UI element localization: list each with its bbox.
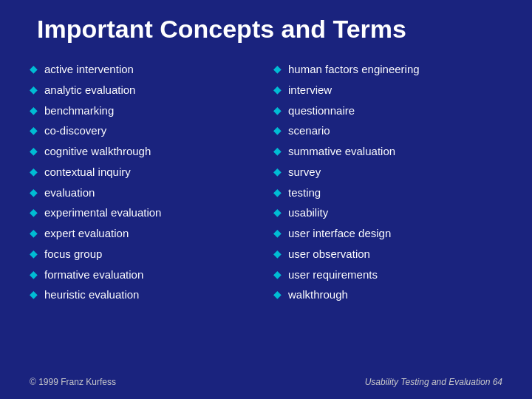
item-label: benchmarking <box>44 103 114 119</box>
list-item: ◆benchmarking <box>30 101 259 120</box>
bullet-icon: ◆ <box>273 268 282 280</box>
bullet-icon: ◆ <box>30 124 38 136</box>
bullet-icon: ◆ <box>30 166 38 177</box>
item-label: co-discovery <box>44 123 106 139</box>
bullet-icon: ◆ <box>273 124 282 136</box>
item-label: focus group <box>44 246 102 262</box>
bullet-icon: ◆ <box>273 227 282 239</box>
item-label: contextual inquiry <box>44 164 131 180</box>
list-item: ◆focus group <box>30 245 259 264</box>
bullet-icon: ◆ <box>30 145 38 157</box>
bullet-icon: ◆ <box>273 83 282 95</box>
item-label: heuristic evaluation <box>44 287 139 303</box>
bullet-icon: ◆ <box>273 63 282 75</box>
footer: © 1999 Franz Kurfess Usability Testing a… <box>30 374 502 387</box>
left-column: ◆active intervention◆analytic evaluation… <box>30 60 259 366</box>
list-item: ◆evaluation <box>30 183 259 202</box>
list-item: ◆user requirements <box>273 265 502 284</box>
item-label: cognitive walkthrough <box>44 143 151 160</box>
item-label: scenario <box>288 123 330 139</box>
slide-title: Important Concepts and Terms <box>37 15 502 44</box>
bullet-icon: ◆ <box>30 63 38 75</box>
bullet-icon: ◆ <box>30 248 38 259</box>
item-label: expert evaluation <box>44 225 129 242</box>
item-label: user interface design <box>288 225 391 242</box>
item-label: active intervention <box>44 61 134 78</box>
list-item: ◆user interface design <box>273 224 502 243</box>
bullet-icon: ◆ <box>30 288 38 300</box>
item-label: walkthrough <box>288 287 348 303</box>
list-item: ◆walkthrough <box>273 285 502 304</box>
list-item: ◆human factors engineering <box>273 60 502 79</box>
item-label: summative evaluation <box>288 143 395 160</box>
bullet-icon: ◆ <box>30 268 38 280</box>
item-label: formative evaluation <box>44 267 143 283</box>
bullet-icon: ◆ <box>30 227 38 239</box>
list-item: ◆summative evaluation <box>273 142 502 161</box>
footer-copyright: © 1999 Franz Kurfess <box>30 377 116 387</box>
bullet-icon: ◆ <box>273 206 282 218</box>
list-item: ◆scenario <box>273 121 502 140</box>
list-item: ◆analytic evaluation <box>30 81 259 100</box>
item-label: human factors engineering <box>288 61 420 78</box>
item-label: experimental evaluation <box>44 205 161 221</box>
bullet-icon: ◆ <box>30 83 38 95</box>
item-label: testing <box>288 185 321 201</box>
list-item: ◆formative evaluation <box>30 265 259 284</box>
list-item: ◆contextual inquiry <box>30 163 259 182</box>
list-item: ◆expert evaluation <box>30 224 259 243</box>
bullet-icon: ◆ <box>30 206 38 218</box>
item-label: survey <box>288 164 321 180</box>
list-item: ◆interview <box>273 81 502 100</box>
item-label: questionnaire <box>288 103 355 119</box>
list-item: ◆user observation <box>273 245 502 264</box>
bullet-icon: ◆ <box>30 186 38 198</box>
bullet-icon: ◆ <box>273 288 282 300</box>
list-item: ◆testing <box>273 183 502 202</box>
bullet-icon: ◆ <box>273 145 282 157</box>
item-label: user observation <box>288 246 370 262</box>
list-item: ◆active intervention <box>30 60 259 79</box>
bullet-icon: ◆ <box>273 186 282 198</box>
item-label: analytic evaluation <box>44 82 135 98</box>
bullet-icon: ◆ <box>273 248 282 259</box>
bullet-icon: ◆ <box>30 104 38 116</box>
right-column: ◆human factors engineering◆interview◆que… <box>273 60 502 366</box>
list-item: ◆co-discovery <box>30 121 259 140</box>
list-item: ◆experimental evaluation <box>30 203 259 222</box>
bullet-icon: ◆ <box>273 104 282 116</box>
list-item: ◆heuristic evaluation <box>30 285 259 304</box>
content-area: ◆active intervention◆analytic evaluation… <box>30 60 502 366</box>
bullet-icon: ◆ <box>273 166 282 177</box>
item-label: usability <box>288 205 328 221</box>
item-label: evaluation <box>44 185 95 201</box>
footer-page: Usability Testing and Evaluation 64 <box>365 377 502 387</box>
item-label: interview <box>288 82 332 98</box>
item-label: user requirements <box>288 267 378 283</box>
list-item: ◆questionnaire <box>273 101 502 120</box>
slide: Important Concepts and Terms ◆active int… <box>0 0 532 399</box>
list-item: ◆usability <box>273 203 502 222</box>
list-item: ◆cognitive walkthrough <box>30 142 259 161</box>
list-item: ◆survey <box>273 163 502 182</box>
